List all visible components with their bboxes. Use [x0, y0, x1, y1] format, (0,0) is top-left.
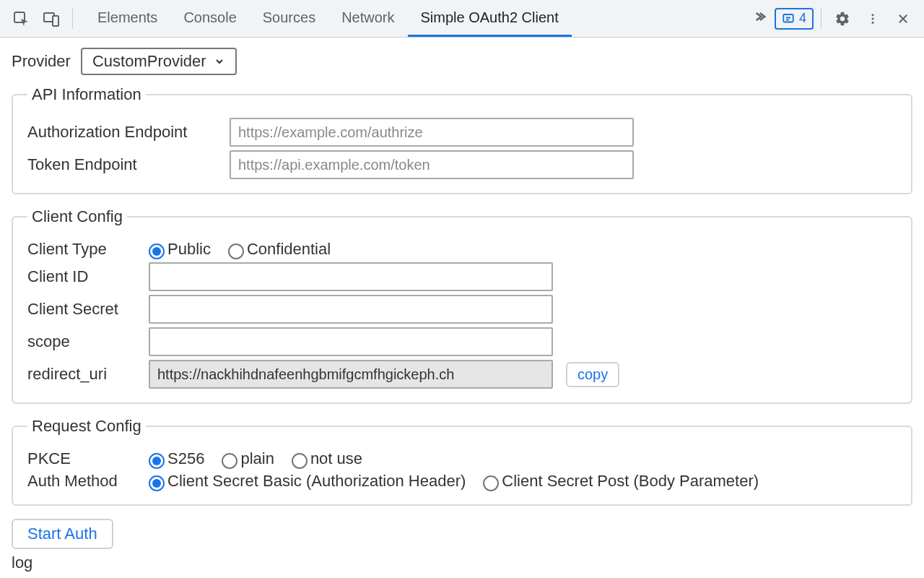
settings-gear-icon[interactable] [829, 5, 856, 33]
radio-indicator [483, 475, 499, 491]
radio-indicator [149, 475, 165, 491]
client-type-radio-group: Public Confidential [149, 240, 341, 259]
redirect-uri-input[interactable] [149, 360, 553, 389]
more-tabs-chevron-icon[interactable] [746, 9, 772, 27]
copy-redirect-uri-button[interactable]: copy [566, 362, 619, 387]
radio-indicator [222, 453, 237, 469]
authorization-endpoint-label: Authorization Endpoint [27, 123, 230, 142]
client-secret-label: Client Secret [27, 300, 149, 319]
auth-method-basic-label: Client Secret Basic (Authorization Heade… [167, 472, 466, 491]
auth-method-post-radio[interactable]: Client Secret Post (Body Parameter) [483, 472, 759, 491]
tab-console[interactable]: Console [170, 0, 249, 37]
pkce-notuse-label: not use [310, 449, 362, 468]
auth-method-basic-radio[interactable]: Client Secret Basic (Authorization Heade… [149, 472, 466, 491]
auth-method-label: Auth Method [27, 472, 149, 491]
svg-point-5 [872, 17, 874, 20]
issues-badge[interactable]: 4 [775, 8, 814, 30]
redirect-uri-label: redirect_uri [27, 365, 149, 384]
radio-indicator [149, 453, 165, 469]
client-id-input[interactable] [149, 262, 553, 291]
toolbar-right-group: 4 [746, 5, 917, 33]
radio-indicator [149, 243, 165, 259]
tab-elements[interactable]: Elements [84, 0, 170, 37]
pkce-plain-radio[interactable]: plain [222, 449, 274, 468]
token-endpoint-label: Token Endpoint [27, 155, 230, 174]
client-type-public-label: Public [167, 240, 211, 259]
radio-indicator [292, 453, 308, 469]
close-devtools-icon[interactable] [889, 5, 917, 33]
provider-select[interactable]: CustomProvider [81, 48, 237, 75]
auth-method-post-label: Client Secret Post (Body Parameter) [502, 472, 759, 491]
radio-indicator [228, 243, 244, 259]
tab-simple-oauth2-client[interactable]: Simple OAuth2 Client [408, 0, 572, 37]
client-secret-input[interactable] [149, 295, 553, 324]
toolbar-separator [821, 9, 821, 29]
token-endpoint-input[interactable] [230, 150, 634, 179]
start-auth-button[interactable]: Start Auth [12, 519, 113, 549]
request-config-fieldset: Request Config PKCE S256 plain not use A [12, 417, 912, 506]
svg-point-4 [872, 14, 874, 16]
api-information-fieldset: API Information Authorization Endpoint T… [12, 85, 912, 194]
client-config-legend: Client Config [27, 207, 127, 226]
pkce-s256-radio[interactable]: S256 [149, 449, 204, 468]
pkce-notuse-radio[interactable]: not use [292, 449, 362, 468]
client-type-confidential-radio[interactable]: Confidential [228, 240, 331, 259]
devtools-toolbar: Elements Console Sources Network Simple … [0, 0, 924, 38]
client-type-label: Client Type [27, 240, 149, 259]
provider-selected-value: CustomProvider [92, 52, 206, 71]
request-config-legend: Request Config [27, 417, 146, 436]
provider-row: Provider CustomProvider [12, 48, 912, 75]
device-toggle-icon[interactable] [38, 5, 65, 33]
client-config-fieldset: Client Config Client Type Public Confide… [12, 207, 912, 404]
api-information-legend: API Information [27, 85, 146, 104]
authorization-endpoint-input[interactable] [230, 118, 634, 147]
provider-label: Provider [12, 52, 71, 71]
scope-label: scope [27, 332, 149, 351]
pkce-s256-label: S256 [167, 449, 204, 468]
pkce-label: PKCE [27, 449, 149, 468]
tab-network[interactable]: Network [328, 0, 407, 37]
client-id-label: Client ID [27, 267, 149, 286]
chevron-down-icon [214, 56, 225, 67]
issues-count: 4 [799, 11, 806, 26]
client-type-public-radio[interactable]: Public [149, 240, 211, 259]
svg-point-6 [872, 21, 874, 23]
tab-sources[interactable]: Sources [250, 0, 328, 37]
pkce-radio-group: S256 plain not use [149, 449, 372, 468]
oauth2-client-panel: Provider CustomProvider API Information … [0, 38, 924, 578]
kebab-menu-icon[interactable] [859, 5, 886, 33]
client-type-confidential-label: Confidential [247, 240, 331, 259]
pkce-plain-label: plain [240, 449, 274, 468]
toolbar-separator [72, 9, 73, 29]
inspect-element-icon[interactable] [7, 5, 35, 33]
devtools-tabs: Elements Console Sources Network Simple … [84, 0, 743, 37]
auth-method-radio-group: Client Secret Basic (Authorization Heade… [149, 472, 769, 491]
scope-input[interactable] [149, 327, 553, 356]
log-label: log [12, 553, 912, 572]
svg-rect-2 [53, 16, 58, 26]
